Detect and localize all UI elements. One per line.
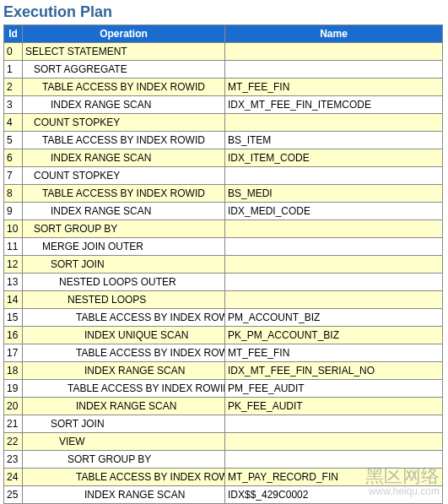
cell-id: 23 bbox=[4, 451, 23, 469]
table-row: 7COUNT STOPKEY bbox=[4, 167, 443, 185]
cell-operation: COUNT STOPKEY bbox=[23, 167, 225, 185]
col-operation: Operation bbox=[23, 25, 225, 43]
cell-operation: INDEX RANGE SCAN bbox=[23, 362, 225, 380]
cell-operation: SORT GROUP BY bbox=[23, 451, 225, 469]
table-row: 23SORT GROUP BY bbox=[4, 451, 443, 469]
cell-name bbox=[225, 61, 443, 79]
cell-operation: INDEX UNIQUE SCAN bbox=[23, 327, 225, 344]
table-row: 5TABLE ACCESS BY INDEX ROWIDBS_ITEM bbox=[4, 132, 443, 149]
table-row: 19TABLE ACCESS BY INDEX ROWIDPM_FEE_AUDI… bbox=[4, 380, 443, 398]
cell-id: 25 bbox=[4, 486, 23, 504]
cell-id: 1 bbox=[4, 61, 23, 79]
cell-name bbox=[225, 220, 443, 238]
cell-id: 22 bbox=[4, 433, 23, 451]
cell-operation: INDEX RANGE SCAN bbox=[23, 203, 225, 220]
cell-name bbox=[225, 238, 443, 256]
cell-name bbox=[225, 291, 443, 309]
cell-operation: TABLE ACCESS BY INDEX ROWID bbox=[23, 309, 225, 327]
cell-id: 11 bbox=[4, 238, 23, 256]
cell-name: IDX_MT_FEE_FIN_ITEMCODE bbox=[225, 96, 443, 114]
cell-id: 4 bbox=[4, 114, 23, 132]
cell-operation: NESTED LOOPS bbox=[23, 291, 225, 309]
page-title: Execution Plan bbox=[3, 3, 448, 21]
cell-name: PM_FEE_AUDIT bbox=[225, 380, 443, 398]
col-id: Id bbox=[4, 25, 23, 43]
table-row: 6INDEX RANGE SCANIDX_ITEM_CODE bbox=[4, 149, 443, 167]
table-row: 0SELECT STATEMENT bbox=[4, 43, 443, 61]
table-row: 16INDEX UNIQUE SCANPK_PM_ACCOUNT_BIZ bbox=[4, 327, 443, 344]
cell-operation: SELECT STATEMENT bbox=[23, 43, 225, 61]
cell-operation: TABLE ACCESS BY INDEX ROWID bbox=[23, 380, 225, 398]
cell-operation: TABLE ACCESS BY INDEX ROWID bbox=[23, 132, 225, 149]
cell-name bbox=[225, 415, 443, 433]
cell-name: BS_MEDI bbox=[225, 185, 443, 203]
cell-operation: NESTED LOOPS OUTER bbox=[23, 274, 225, 291]
cell-operation: INDEX RANGE SCAN bbox=[23, 486, 225, 504]
cell-name: IDX_ITEM_CODE bbox=[225, 149, 443, 167]
cell-id: 2 bbox=[4, 79, 23, 96]
table-row: 10SORT GROUP BY bbox=[4, 220, 443, 238]
col-name: Name bbox=[225, 25, 443, 43]
table-row: 13NESTED LOOPS OUTER bbox=[4, 274, 443, 291]
cell-name: PM_ACCOUNT_BIZ bbox=[225, 309, 443, 327]
cell-name bbox=[225, 256, 443, 274]
table-row: 22VIEW bbox=[4, 433, 443, 451]
cell-name: PK_FEE_AUDIT bbox=[225, 398, 443, 415]
cell-operation: SORT GROUP BY bbox=[23, 220, 225, 238]
cell-id: 17 bbox=[4, 344, 23, 362]
table-row: 15TABLE ACCESS BY INDEX ROWIDPM_ACCOUNT_… bbox=[4, 309, 443, 327]
cell-id: 24 bbox=[4, 469, 23, 486]
table-row: 4COUNT STOPKEY bbox=[4, 114, 443, 132]
table-row: 14NESTED LOOPS bbox=[4, 291, 443, 309]
cell-operation: SORT JOIN bbox=[23, 415, 225, 433]
cell-id: 16 bbox=[4, 327, 23, 344]
cell-id: 6 bbox=[4, 149, 23, 167]
cell-id: 21 bbox=[4, 415, 23, 433]
table-row: 24TABLE ACCESS BY INDEX ROWIDMT_PAY_RECO… bbox=[4, 469, 443, 486]
cell-id: 0 bbox=[4, 43, 23, 61]
cell-id: 5 bbox=[4, 132, 23, 149]
cell-operation: VIEW bbox=[23, 433, 225, 451]
table-row: 1SORT AGGREGATE bbox=[4, 61, 443, 79]
cell-name bbox=[225, 43, 443, 61]
cell-id: 7 bbox=[4, 167, 23, 185]
table-row: 3INDEX RANGE SCANIDX_MT_FEE_FIN_ITEMCODE bbox=[4, 96, 443, 114]
cell-name bbox=[225, 433, 443, 451]
cell-id: 19 bbox=[4, 380, 23, 398]
table-row: 25INDEX RANGE SCANIDX$$_429C0002 bbox=[4, 486, 443, 504]
cell-operation: INDEX RANGE SCAN bbox=[23, 149, 225, 167]
table-row: 12SORT JOIN bbox=[4, 256, 443, 274]
cell-name bbox=[225, 114, 443, 132]
cell-operation: COUNT STOPKEY bbox=[23, 114, 225, 132]
cell-name: IDX$$_429C0002 bbox=[225, 486, 443, 504]
cell-operation: TABLE ACCESS BY INDEX ROWID bbox=[23, 79, 225, 96]
table-row: 17TABLE ACCESS BY INDEX ROWIDMT_FEE_FIN bbox=[4, 344, 443, 362]
cell-id: 14 bbox=[4, 291, 23, 309]
cell-name: PK_PM_ACCOUNT_BIZ bbox=[225, 327, 443, 344]
cell-name: IDX_MT_FEE_FIN_SERIAL_NO bbox=[225, 362, 443, 380]
cell-operation: TABLE ACCESS BY INDEX ROWID bbox=[23, 344, 225, 362]
table-row: 11MERGE JOIN OUTER bbox=[4, 238, 443, 256]
cell-id: 8 bbox=[4, 185, 23, 203]
table-row: 8TABLE ACCESS BY INDEX ROWIDBS_MEDI bbox=[4, 185, 443, 203]
cell-id: 13 bbox=[4, 274, 23, 291]
cell-name: BS_ITEM bbox=[225, 132, 443, 149]
cell-id: 15 bbox=[4, 309, 23, 327]
cell-operation: SORT JOIN bbox=[23, 256, 225, 274]
cell-name bbox=[225, 167, 443, 185]
cell-id: 18 bbox=[4, 362, 23, 380]
cell-operation: TABLE ACCESS BY INDEX ROWID bbox=[23, 185, 225, 203]
table-row: 21SORT JOIN bbox=[4, 415, 443, 433]
cell-name: MT_FEE_FIN bbox=[225, 79, 443, 96]
execution-plan-table: Id Operation Name 0SELECT STATEMENT1SORT… bbox=[3, 24, 443, 504]
cell-name: MT_FEE_FIN bbox=[225, 344, 443, 362]
table-row: 18INDEX RANGE SCANIDX_MT_FEE_FIN_SERIAL_… bbox=[4, 362, 443, 380]
cell-name: IDX_MEDI_CODE bbox=[225, 203, 443, 220]
cell-id: 3 bbox=[4, 96, 23, 114]
table-header-row: Id Operation Name bbox=[4, 25, 443, 43]
cell-name bbox=[225, 274, 443, 291]
cell-id: 10 bbox=[4, 220, 23, 238]
cell-operation: SORT AGGREGATE bbox=[23, 61, 225, 79]
table-row: 9INDEX RANGE SCANIDX_MEDI_CODE bbox=[4, 203, 443, 220]
cell-operation: MERGE JOIN OUTER bbox=[23, 238, 225, 256]
